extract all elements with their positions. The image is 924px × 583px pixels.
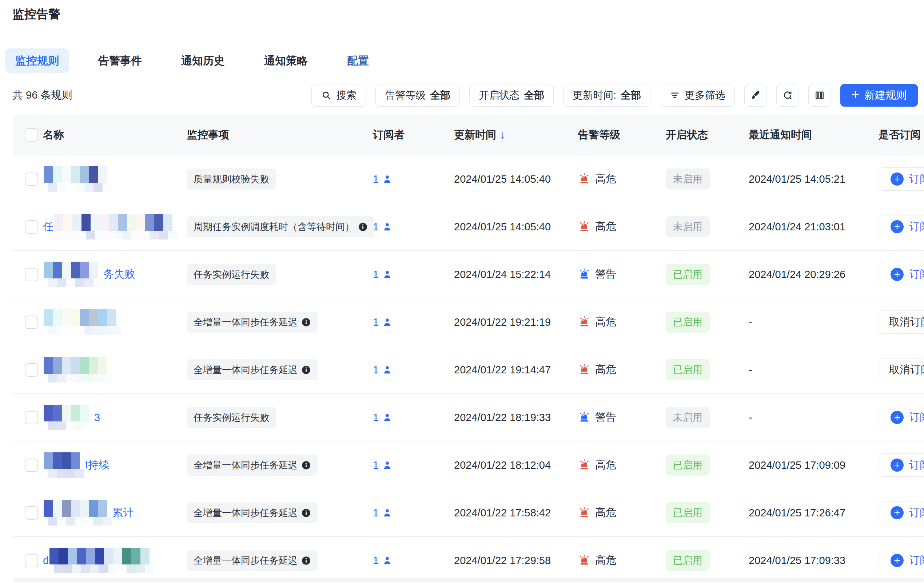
subscribers-link[interactable]: 1 [373,269,393,281]
redacted-name-mosaic [44,453,84,478]
plus-circle-icon: + [891,172,904,186]
tab-alert-events[interactable]: 告警事件 [88,48,152,73]
action-cell: + 订阅 [878,263,924,286]
row-checkbox[interactable] [25,220,38,234]
level-cell: 高危 [578,553,666,568]
column-header[interactable]: 更新时间↓ [454,128,578,142]
tab-monitor-rules[interactable]: 监控规则 [5,48,69,73]
level-cell: 警告 [578,410,666,425]
row-checkbox[interactable] [25,172,38,186]
update-time-filter[interactable]: 更新时间:全部 [563,84,650,107]
subscribers-link[interactable]: 1 [373,411,393,424]
top-title-bar: 监控告警 [0,0,924,29]
level-label: 高危 [595,172,616,186]
info-icon[interactable] [301,460,311,470]
last-notify-cell: - [749,316,878,328]
column-header[interactable]: 最近通知时间 [749,128,878,142]
level-cell: 高危 [578,362,666,377]
table-toolbar: 共 96 条规则 搜索 告警等级全部开启状态全部更新时间:全部 更多筛选 [12,84,918,107]
column-header[interactable]: 是否订阅 [878,128,924,142]
monitor-item-label: 质量规则校验失败 [193,173,269,186]
subscribe-button[interactable]: + 订阅 [878,453,924,477]
siren-icon [578,554,591,566]
refresh-button[interactable] [776,84,799,107]
unsubscribe-button[interactable]: 取消订阅 [878,358,924,382]
tab-notification-policy[interactable]: 通知策略 [254,48,318,73]
last-notify-cell: - [749,364,878,376]
last-notify-cell: - [749,411,878,424]
subscriber-count: 1 [373,411,379,424]
subscribers-link[interactable]: 1 [373,173,393,185]
column-header[interactable]: 监控事项 [187,128,373,142]
column-header[interactable]: 订阅者 [373,128,454,142]
updated-cell: 2024/01/25 14:05:40 [454,173,578,185]
status-badge: 已启用 [666,454,710,476]
tab-notification-history[interactable]: 通知历史 [171,48,235,73]
info-icon[interactable] [301,556,311,565]
rule-name-link[interactable]: 任 [43,214,178,239]
rule-name-text: 任 [43,220,53,234]
info-icon[interactable] [301,365,311,375]
row-checkbox[interactable] [25,363,38,377]
info-icon[interactable] [358,222,368,232]
rule-name-link[interactable]: 务失败 [43,262,135,287]
name-cell [43,166,187,192]
rule-name-link[interactable]: 3 [43,405,100,430]
row-checkbox[interactable] [25,411,38,424]
updated-time: 2024/01/22 17:29:58 [454,555,551,566]
row-checkbox[interactable] [25,315,38,329]
subscribe-button[interactable]: + 订阅 [878,549,924,572]
more-filters-button[interactable]: 更多筛选 [660,84,735,107]
subscribers-link[interactable]: 1 [373,316,393,328]
column-header[interactable]: 开启状态 [666,128,749,142]
unsubscribe-button[interactable]: 取消订阅 [878,310,924,334]
action-label: 订阅 [909,505,924,520]
tab-settings[interactable]: 配置 [337,48,379,73]
subscribers-link[interactable]: 1 [373,459,393,471]
monitor-item-tag: 质量规则校验失败 [187,168,276,190]
subscribe-button[interactable]: + 订阅 [878,263,924,286]
rule-name-link[interactable] [43,166,112,192]
subscribers-link[interactable]: 1 [373,507,393,519]
row-checkbox-cell [13,268,43,281]
rule-name-link[interactable]: t持续 [43,453,109,478]
horizontal-scrollbar[interactable] [13,578,924,582]
alert-level-filter[interactable]: 告警等级全部 [375,84,460,107]
rule-name-link[interactable]: d [43,548,155,573]
rule-name-link[interactable] [43,357,112,383]
subscribe-button[interactable]: + 订阅 [878,215,924,238]
subscribe-button[interactable]: + 订阅 [878,501,924,524]
siren-icon [578,316,591,328]
row-checkbox[interactable] [25,459,38,472]
info-icon[interactable] [301,508,311,518]
enable-status-filter[interactable]: 开启状态全部 [469,84,554,107]
rule-name-link[interactable] [43,309,122,335]
sort-desc-icon[interactable]: ↓ [500,129,506,142]
rule-name-text: d [43,555,49,566]
search-button[interactable]: 搜索 [312,84,366,107]
clear-filters-button[interactable] [744,84,767,107]
info-icon[interactable] [301,317,311,327]
subscribe-button[interactable]: + 订阅 [878,167,924,191]
select-all-checkbox[interactable] [25,128,38,142]
subscribers-cell: 1 [373,173,454,185]
row-checkbox[interactable] [25,268,38,281]
subscribers-link[interactable]: 1 [373,555,393,566]
updated-cell: 2024/01/22 19:21:19 [454,316,578,328]
column-header[interactable]: 告警等级 [578,128,666,142]
search-icon [321,90,332,101]
subscribers-link[interactable]: 1 [373,364,393,376]
updated-cell: 2024/01/22 19:14:47 [454,364,578,376]
redacted-name-mosaic [44,166,112,192]
subscribers-link[interactable]: 1 [373,221,393,233]
subscribe-button[interactable]: + 订阅 [878,406,924,429]
action-cell: 取消订阅 [878,358,924,382]
column-settings-button[interactable] [808,84,831,107]
new-rule-button[interactable]: + 新建规则 [840,84,918,107]
filter-value: 全部 [430,88,450,102]
row-checkbox[interactable] [25,506,38,520]
column-header[interactable]: 名称 [43,128,187,142]
row-checkbox-cell [13,459,43,472]
rule-name-link[interactable]: 累计 [43,500,134,525]
row-checkbox[interactable] [25,554,38,567]
